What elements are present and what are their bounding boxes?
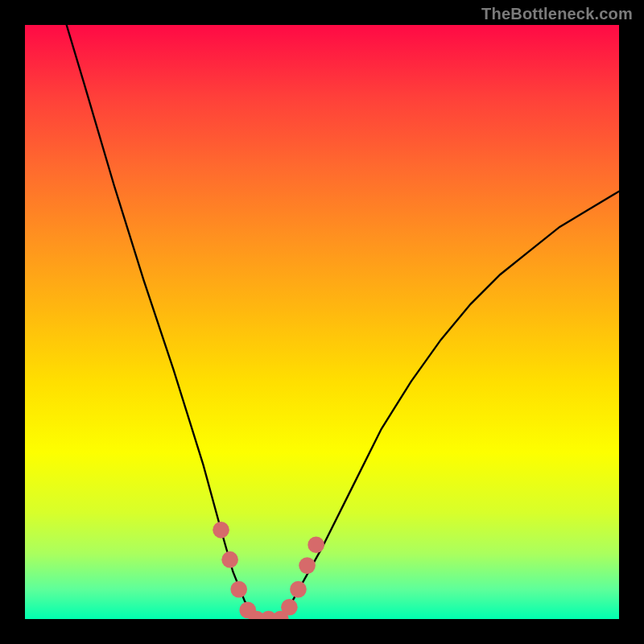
optimal-range-markers — [25, 25, 619, 619]
marker-dot — [213, 522, 229, 539]
marker-dot — [299, 557, 316, 574]
watermark-label: TheBottleneck.com — [481, 5, 633, 23]
marker-dot — [281, 599, 298, 616]
marker-dot — [290, 581, 307, 598]
marker-dot — [308, 536, 324, 553]
marker-dot — [221, 551, 238, 568]
chart-plot-area — [25, 25, 619, 619]
chart-frame: TheBottleneck.com — [0, 0, 644, 644]
marker-dot — [230, 581, 247, 598]
